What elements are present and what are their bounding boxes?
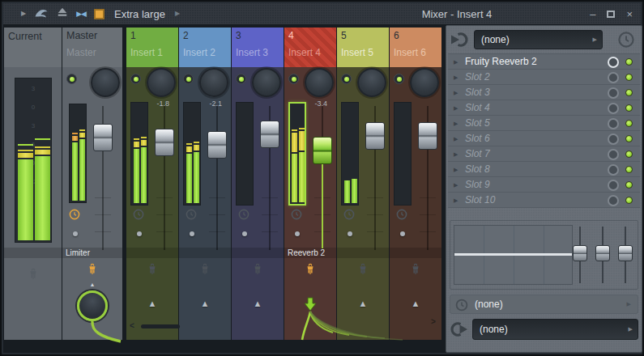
audio-input-select[interactable]: (none) ▶ [474, 30, 603, 49]
mute-led[interactable] [288, 74, 299, 84]
pan-knob[interactable] [91, 68, 120, 97]
mute-led[interactable] [236, 74, 246, 84]
strip-master[interactable]: Master Master Limiter [62, 28, 122, 340]
fader-handle[interactable] [260, 121, 279, 148]
strip-insert-5[interactable]: 5 Insert 5 ▲ [337, 28, 389, 340]
master-send-knob[interactable] [77, 290, 108, 321]
strip-header[interactable]: 2 Insert 2 [179, 28, 231, 67]
effect-slot-10[interactable]: ▶ Slot 10 [448, 193, 640, 208]
slot-mix-knob[interactable] [608, 164, 619, 176]
strip-insert-4[interactable]: 4 Insert 4 -3.4 Reeverb 2 [284, 28, 336, 340]
slot-enable-led[interactable] [625, 89, 633, 96]
effect-slot-6[interactable]: ▶ Slot 6 [448, 131, 640, 146]
slot-menu-icon[interactable]: ▶ [454, 177, 458, 193]
slot-mix-knob[interactable] [608, 72, 619, 83]
slot-menu-icon[interactable]: ▶ [454, 193, 458, 208]
pan-knob[interactable] [305, 68, 334, 97]
narrow-view-icon[interactable]: ▶◀ [76, 10, 86, 18]
mute-led[interactable] [130, 74, 141, 84]
clock-icon[interactable] [69, 209, 80, 223]
fx-plug-icon[interactable] [253, 263, 263, 278]
track-select-dot[interactable] [348, 231, 352, 236]
slot-enable-led[interactable] [625, 181, 633, 189]
fx-plug-icon[interactable] [28, 268, 38, 283]
strip-header[interactable]: 4 Insert 4 [284, 28, 336, 67]
slot-mix-knob[interactable] [608, 180, 619, 191]
mute-led[interactable] [341, 74, 352, 84]
clock-icon[interactable] [396, 209, 407, 223]
input-clock-button[interactable] [617, 31, 635, 52]
slot-menu-icon[interactable]: ▶ [454, 146, 458, 162]
detached-plugin-icon[interactable] [34, 6, 49, 22]
track-select-dot[interactable] [295, 231, 300, 236]
track-select-dot[interactable] [137, 231, 142, 236]
slot-enable-led[interactable] [625, 166, 633, 173]
effect-slot-1[interactable]: ▶ Fruity Reeverb 2 [448, 54, 640, 70]
clock-icon[interactable] [238, 209, 249, 223]
strip-insert-6[interactable]: 6 Insert 6 ▲ [390, 28, 441, 340]
slot-enable-led[interactable] [625, 197, 633, 204]
strip-header[interactable]: 1 Insert 1 [126, 28, 178, 67]
slot-menu-icon[interactable]: ▶ [454, 54, 458, 70]
slot-mix-knob[interactable] [608, 195, 619, 206]
slot-menu-icon[interactable]: ▶ [454, 70, 458, 85]
mute-led[interactable] [183, 74, 194, 84]
effect-slot-2[interactable]: ▶ Slot 2 [448, 70, 640, 85]
pan-knob[interactable] [410, 68, 439, 97]
strip-current[interactable]: Current 3 0 3 6 9 12 [4, 28, 62, 340]
scroll-left-icon[interactable]: < [130, 321, 134, 330]
volume-fader[interactable] [259, 104, 280, 252]
effect-slot-9[interactable]: ▶ Slot 9 [448, 177, 640, 193]
track-select-dot[interactable] [190, 231, 194, 236]
strip-header[interactable]: 5 Insert 5 [337, 28, 389, 67]
view-size-next-icon[interactable]: ▶ [175, 11, 180, 17]
route-to-master-icon[interactable]: ▲ [359, 299, 368, 308]
strips-scrollbar[interactable] [141, 324, 180, 328]
effect-slot-4[interactable]: ▶ Slot 4 [448, 100, 640, 116]
route-to-master-icon[interactable]: ▲ [254, 299, 262, 308]
fx-plug-icon[interactable] [358, 263, 369, 278]
effect-slot-5[interactable]: ▶ Slot 5 [448, 116, 640, 131]
strip-insert-3[interactable]: 3 Insert 3 ▲ [232, 28, 284, 340]
strip-insert-2[interactable]: 2 Insert 2 -2.1 ▲ [179, 28, 231, 340]
effect-slot-7[interactable]: ▶ Slot 7 [448, 146, 640, 162]
fx-plug-icon[interactable] [200, 263, 211, 278]
route-to-master-icon[interactable]: ▲ [201, 299, 210, 308]
effect-slot-3[interactable]: ▶ Slot 3 [448, 85, 640, 100]
track-select-dot[interactable] [400, 231, 405, 236]
view-size-swatch-icon[interactable] [94, 9, 104, 19]
effect-slot-8[interactable]: ▶ Slot 8 [448, 162, 640, 177]
clock-icon[interactable] [291, 209, 302, 223]
fader-handle[interactable] [365, 122, 385, 150]
route-to-master-icon[interactable]: ▲ [148, 299, 157, 308]
dock-mixer-icon[interactable] [57, 6, 68, 21]
volume-fader[interactable] [365, 104, 386, 252]
fader-handle[interactable] [313, 137, 332, 164]
eq-graph[interactable] [454, 225, 573, 285]
volume-fader[interactable] [154, 104, 175, 252]
route-to-master-icon[interactable]: ▲ [412, 299, 420, 308]
titlebar[interactable]: ▶ ▶◀ Extra large ▶ Mixer - Insert 4 – × [3, 3, 641, 24]
audio-output-select[interactable]: (none) ▶ [472, 319, 638, 340]
slot-enable-led[interactable] [625, 150, 633, 158]
volume-fader[interactable] [417, 104, 438, 252]
volume-fader[interactable] [92, 104, 113, 252]
slot-enable-led[interactable] [625, 120, 633, 127]
route-up-icon[interactable]: ▲ [90, 282, 96, 287]
strip-header[interactable]: 3 Insert 3 [232, 28, 284, 67]
fader-handle[interactable] [207, 131, 227, 159]
slot-menu-icon[interactable]: ▶ [454, 116, 458, 131]
mute-led[interactable] [394, 74, 404, 84]
fader-handle[interactable] [418, 122, 437, 150]
volume-fader[interactable] [312, 104, 333, 252]
strip-current-header[interactable]: Current [4, 28, 62, 67]
slot-enable-led[interactable] [625, 104, 633, 112]
slot-mix-knob[interactable] [608, 103, 619, 114]
eq-high-fader[interactable] [618, 245, 633, 261]
send-down-arrow-icon[interactable] [304, 297, 317, 315]
slot-enable-led[interactable] [625, 135, 633, 142]
eq-mid-fader[interactable] [595, 245, 610, 261]
strip-master-header[interactable]: Master Master [62, 28, 122, 67]
fx-plug-icon[interactable] [411, 263, 421, 278]
track-select-dot[interactable] [242, 231, 247, 236]
